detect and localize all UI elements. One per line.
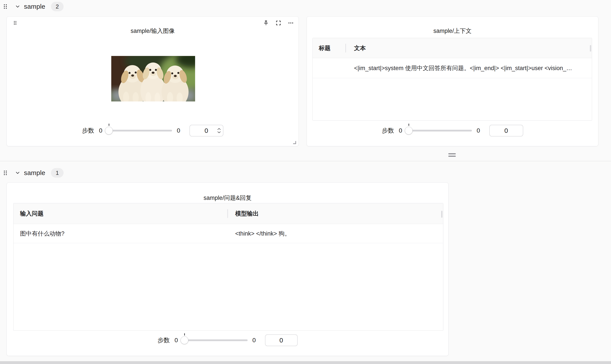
table-scrollbar-thumb[interactable] — [590, 45, 591, 52]
steps-label: 步数 — [382, 127, 394, 135]
steps-control: 步数 0 0 — [7, 334, 448, 346]
slider-tick — [408, 124, 409, 126]
slider-thumb[interactable] — [181, 336, 188, 344]
slider-track[interactable] — [181, 339, 247, 341]
drag-handle-icon[interactable] — [3, 170, 7, 176]
steps-control: 步数 0 0 — [7, 125, 299, 136]
steps-control: 步数 0 0 — [307, 125, 598, 136]
slider-thumb[interactable] — [405, 127, 413, 135]
cell-question: 图中有什么动物? — [20, 224, 225, 243]
fullscreen-icon[interactable] — [275, 20, 281, 26]
column-header-title: 标题 — [319, 38, 331, 58]
panel-context: sample/上下文 标题 文本 <|im_start|>system 使用中文… — [307, 16, 598, 146]
section-count-badge: 2 — [51, 2, 64, 11]
section-title: sample — [24, 169, 45, 177]
column-header-output: 模型输出 — [235, 203, 259, 224]
qa-table: 输入问题 模型输出 图中有什么动物? <think> </think> 狗。 — [13, 203, 443, 331]
section-header-top: sample 2 — [3, 1, 64, 12]
steps-number-box — [265, 334, 298, 346]
table-row[interactable]: <|im_start|>system 使用中文回答所有问题。<|im_end|>… — [313, 58, 592, 78]
spinner-up-icon[interactable] — [217, 128, 221, 130]
slider-track[interactable] — [405, 130, 472, 131]
section-separator — [0, 161, 611, 161]
steps-slider[interactable] — [405, 127, 472, 135]
steps-min-value: 0 — [399, 127, 402, 134]
slider-tick — [109, 124, 109, 126]
panel-qa: sample/问题&回复 输入问题 模型输出 图中有什么动物? <think> … — [7, 182, 449, 356]
panel-actions — [263, 20, 294, 26]
steps-min-value: 0 — [99, 127, 102, 134]
steps-slider[interactable] — [105, 127, 172, 135]
slider-thumb[interactable] — [105, 127, 113, 135]
drag-handle-icon[interactable] — [3, 4, 7, 9]
steps-number-box — [189, 125, 223, 136]
qa-table-header: 输入问题 模型输出 — [13, 203, 443, 224]
context-table: 标题 文本 <|im_start|>system 使用中文回答所有问题。<|im… — [312, 38, 592, 121]
section-resize-handle[interactable] — [448, 153, 456, 157]
section-count-badge: 1 — [51, 168, 64, 178]
panel-title: sample/输入图像 — [7, 27, 299, 35]
puppies-photo[interactable] — [111, 56, 195, 102]
context-table-header: 标题 文本 — [313, 38, 592, 58]
steps-label: 步数 — [157, 336, 170, 344]
panel-title: sample/上下文 — [307, 27, 598, 35]
column-header-question: 输入问题 — [20, 203, 44, 224]
steps-label: 步数 — [82, 127, 94, 135]
steps-number-box — [489, 125, 523, 136]
section-title: sample — [24, 3, 45, 10]
collapse-chevron-icon[interactable] — [15, 170, 20, 176]
workspace: sample 2 sample/输入图像 — [0, 0, 611, 364]
steps-number-input[interactable] — [490, 125, 523, 136]
spinner-arrows — [217, 125, 221, 136]
column-resize-divider[interactable] — [345, 44, 346, 52]
spinner-down-icon[interactable] — [217, 131, 221, 133]
section-header-bottom: sample 1 — [3, 168, 64, 178]
column-resize-divider[interactable] — [227, 209, 228, 218]
steps-slider[interactable] — [181, 336, 247, 344]
slider-track[interactable] — [105, 130, 172, 131]
pin-icon[interactable] — [263, 20, 269, 26]
panel-drag-handle-icon[interactable] — [13, 20, 17, 25]
column-header-text: 文本 — [354, 38, 366, 58]
slider-tick — [184, 333, 185, 336]
more-options-icon[interactable] — [288, 20, 294, 26]
steps-max-value: 0 — [477, 127, 480, 134]
cell-text: <|im_start|>system 使用中文回答所有问题。<|im_end|>… — [354, 58, 585, 78]
cell-output: <think> </think> 狗。 — [235, 224, 435, 243]
window-bottom-edge — [0, 361, 611, 364]
steps-max-value: 0 — [252, 337, 256, 344]
table-scrollbar-thumb[interactable] — [441, 211, 442, 218]
steps-number-input[interactable] — [265, 335, 297, 346]
panel-resize-handle[interactable] — [293, 141, 296, 144]
panel-input-image: sample/输入图像 — [7, 16, 299, 146]
collapse-chevron-icon[interactable] — [15, 4, 20, 9]
steps-max-value: 0 — [177, 127, 180, 134]
steps-min-value: 0 — [174, 337, 178, 344]
table-row[interactable]: 图中有什么动物? <think> </think> 狗。 — [13, 224, 443, 243]
panel-title: sample/问题&回复 — [7, 194, 448, 202]
